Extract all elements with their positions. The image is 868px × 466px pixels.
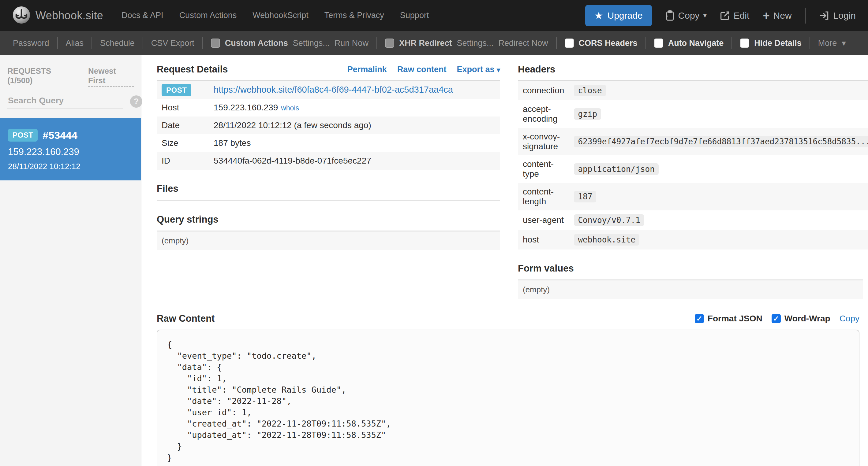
header-value: 187 — [574, 191, 596, 202]
nav-link-terms-privacy[interactable]: Terms & Privacy — [324, 11, 384, 20]
raw-content-body: { "event_type": "todo.create", "data": {… — [167, 339, 849, 463]
copy-label: Copy — [678, 10, 700, 21]
row-label: Date — [157, 116, 209, 134]
header-row: user-agent Convoy/v0.7.1 — [518, 210, 868, 230]
requests-count-label: REQUESTS (1/500) — [7, 66, 76, 85]
table-row-size: Size 187 bytes — [157, 134, 500, 152]
format-json-label: Format JSON — [708, 314, 763, 324]
xhr-redirect-now-link[interactable]: Redirect Now — [499, 38, 548, 48]
toolbar-link-csv-export[interactable]: CSV Export — [151, 38, 194, 48]
permalink-link[interactable]: Permalink — [347, 65, 387, 74]
xhr-redirect-label[interactable]: XHR Redirect — [399, 38, 452, 48]
upgrade-button[interactable]: ★ Upgrade — [585, 5, 652, 26]
copy-menu-button[interactable]: Copy ▾ — [665, 10, 707, 21]
request-datetime: 28/11/2022 10:12:12 — [8, 162, 133, 171]
headers-title: Headers — [518, 64, 555, 75]
header-value: webhook.site — [574, 234, 639, 245]
request-number: #53444 — [42, 129, 77, 141]
cors-headers-checkbox[interactable] — [565, 38, 574, 48]
hide-details-group: Hide Details — [740, 38, 802, 48]
requests-sidebar: REQUESTS (1/500) Newest First ? POST #53… — [0, 55, 142, 466]
toolbar-divider — [202, 37, 203, 49]
caret-down-icon: ▾ — [703, 12, 707, 19]
nav-link-support[interactable]: Support — [400, 11, 429, 20]
login-button[interactable]: Login — [819, 10, 856, 21]
custom-actions-checkbox[interactable] — [211, 38, 220, 48]
new-button[interactable]: + New — [763, 10, 792, 22]
raw-content-link[interactable]: Raw content — [397, 65, 446, 74]
header-row: content-type application/json — [518, 155, 868, 183]
cors-headers-label[interactable]: CORS Headers — [579, 38, 638, 48]
hide-details-checkbox[interactable] — [740, 38, 749, 48]
auto-navigate-checkbox[interactable] — [654, 38, 663, 48]
nav-link-webhookscript[interactable]: WebhookScript — [252, 11, 309, 20]
form-values-empty: (empty) — [518, 280, 863, 299]
custom-actions-settings-link[interactable]: Settings... — [293, 38, 330, 48]
export-as-label: Export as — [457, 65, 494, 74]
format-json-checkbox[interactable]: ✓ — [695, 314, 704, 323]
caret-down-icon: ▾ — [497, 66, 500, 74]
header-name: user-agent — [518, 210, 569, 230]
row-label: Host — [157, 99, 209, 116]
row-label: ID — [157, 152, 209, 170]
edit-label: Edit — [734, 10, 749, 21]
upgrade-label: Upgrade — [608, 10, 643, 21]
nav-link-custom-actions[interactable]: Custom Actions — [179, 11, 237, 20]
custom-actions-label[interactable]: Custom Actions — [225, 38, 288, 48]
row-value: 534440fa-062d-4119-b8de-071fce5ec227 — [209, 152, 500, 170]
header-name: content-type — [518, 155, 569, 183]
xhr-redirect-checkbox[interactable] — [385, 38, 394, 48]
header-value: gzip — [574, 108, 601, 120]
request-list-item-selected[interactable]: POST #53444 159.223.160.239 28/11/2022 1… — [0, 118, 141, 180]
custom-actions-group: Custom Actions Settings... Run Now — [211, 38, 369, 48]
table-row-url: POST https://webhook.site/f60fa8c4-6f69-… — [157, 80, 500, 99]
request-details-panel: Request Details Permalink Raw content Ex… — [157, 64, 500, 250]
table-row-host: Host 159.223.160.239whois — [157, 99, 500, 116]
raw-content-box: { "event_type": "todo.create", "data": {… — [157, 330, 860, 466]
help-icon[interactable]: ? — [130, 95, 142, 108]
more-label: More — [818, 38, 837, 48]
search-query-input[interactable] — [7, 94, 123, 109]
edit-button[interactable]: Edit — [720, 10, 749, 21]
request-ip: 159.223.160.239 — [8, 146, 133, 158]
toolbar-link-password[interactable]: Password — [13, 38, 49, 48]
raw-content-header: Raw Content ✓ Format JSON ✓ Word-Wrap Co… — [157, 313, 860, 324]
word-wrap-toggle[interactable]: ✓ Word-Wrap — [772, 314, 830, 324]
toolbar-link-schedule[interactable]: Schedule — [100, 38, 135, 48]
auto-navigate-group: Auto Navigate — [654, 38, 724, 48]
request-url-link[interactable]: https://webhook.site/f60fa8c4-6f69-4447-… — [214, 85, 453, 95]
word-wrap-checkbox[interactable]: ✓ — [772, 314, 781, 323]
header-value: close — [574, 85, 606, 96]
toolbar-divider — [376, 37, 377, 49]
brand-name: Webhook.site — [35, 9, 103, 22]
whois-link[interactable]: whois — [281, 104, 299, 112]
query-strings-title: Query strings — [157, 214, 500, 225]
row-value: 187 bytes — [209, 134, 500, 152]
brand[interactable]: Webhook.site — [12, 6, 103, 25]
header-value: application/json — [574, 163, 658, 175]
nav-link-docs-api[interactable]: Docs & API — [122, 11, 163, 20]
format-json-toggle[interactable]: ✓ Format JSON — [695, 314, 763, 324]
login-icon — [819, 11, 830, 21]
files-divider — [157, 200, 500, 201]
sort-order-toggle[interactable]: Newest First — [88, 66, 134, 87]
navbar-divider — [805, 8, 806, 24]
toolbar-link-alias[interactable]: Alias — [66, 38, 84, 48]
toolbar-divider — [143, 37, 143, 49]
form-values-title: Form values — [518, 263, 863, 274]
more-menu-button[interactable]: More ▾ — [818, 38, 846, 48]
custom-actions-run-now-link[interactable]: Run Now — [335, 38, 369, 48]
toolbar-divider — [810, 37, 810, 49]
main-content: Request Details Permalink Raw content Ex… — [142, 55, 868, 466]
auto-navigate-label[interactable]: Auto Navigate — [668, 38, 724, 48]
hide-details-label[interactable]: Hide Details — [754, 38, 802, 48]
export-as-menu[interactable]: Export as ▾ — [457, 65, 500, 74]
request-details-table: POST https://webhook.site/f60fa8c4-6f69-… — [157, 80, 500, 170]
copy-raw-content-link[interactable]: Copy — [840, 314, 860, 324]
xhr-redirect-settings-link[interactable]: Settings... — [457, 38, 493, 48]
xhr-redirect-group: XHR Redirect Settings... Redirect Now — [385, 38, 548, 48]
files-title: Files — [157, 183, 500, 194]
row-label: Size — [157, 134, 209, 152]
headers-panel: Headers connection close accept-encoding… — [518, 64, 863, 299]
word-wrap-label: Word-Wrap — [784, 314, 830, 324]
